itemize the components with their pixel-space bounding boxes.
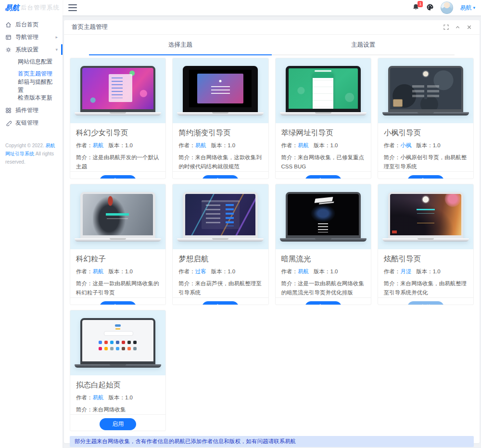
sidebar-item-system-settings[interactable]: 系统设置 ▾ (0, 43, 63, 56)
apply-theme-button[interactable]: 启用 (100, 418, 136, 430)
laptop-mockup-image (80, 66, 155, 115)
theme-palette-icon[interactable] (426, 3, 434, 13)
theme-card-body: 炫酷引导页 作者：月湜版本：1.0 简介：来自网络收集，由易航整理至引导系统并优… (378, 249, 473, 297)
laptop-mockup-image (80, 192, 155, 242)
version-value: 1.0 (228, 142, 235, 148)
theme-description: 简介：这是一款由易航在网络收集的暗黑流光引导页并优化排版 (281, 279, 365, 297)
logo-brand: 易航 (5, 3, 19, 13)
version-label: 版本： (109, 269, 126, 274)
theme-title: 萃绿网址引导页 (281, 128, 365, 138)
sidebar-item-mail-remind-config[interactable]: 邮箱与提醒配置 (0, 80, 63, 92)
version-value: 1.0 (125, 269, 133, 274)
apply-theme-button[interactable]: 启用 (202, 301, 239, 305)
author-link[interactable]: 易航 (195, 142, 206, 148)
apply-theme-button[interactable]: 启用 (100, 175, 136, 179)
author-label: 作者： (281, 269, 298, 274)
panel-title: 首页主题管理 (72, 23, 108, 31)
theme-meta: 作者：过客版本：1.0 (178, 268, 262, 275)
theme-title: 梦想启航 (178, 254, 262, 264)
author-link[interactable]: 易航 (93, 395, 104, 400)
theme-card-body: 科幻少女引导页 作者：易航版本：1.0 简介：这是由易航开发的一个默认主题 (70, 123, 165, 171)
user-avatar[interactable] (441, 1, 453, 14)
version-value: 1.0 (330, 142, 338, 148)
notification-badge: 1 (418, 1, 423, 7)
sidebar-item-label: 后台首页 (15, 21, 58, 29)
theme-card-body: 拟态白起始页 作者：易航版本：1.0 简介：来自网络收集 (70, 375, 165, 414)
close-icon[interactable] (467, 25, 472, 30)
author-link[interactable]: 过客 (195, 269, 206, 274)
theme-card-body: 简约渐变引导页 作者：易航版本：1.0 简介：来自网络收集，这款收集到的时候代码… (173, 123, 268, 171)
theme-thumbnail (173, 184, 268, 249)
apply-theme-button[interactable]: 启用 (305, 301, 342, 305)
theme-grid: 科幻少女引导页 作者：易航版本：1.0 简介：这是由易航开发的一个默认主题 启用 (64, 55, 480, 431)
username-text: 易航 (460, 4, 471, 12)
author-link[interactable]: 易航 (93, 142, 104, 148)
apply-theme-button[interactable]: 启用 (202, 175, 239, 179)
theme-thumbnail (378, 58, 473, 123)
version-label: 版本： (314, 142, 330, 148)
version-label: 版本： (416, 269, 433, 274)
theme-description: 简介：这是一款由易航网络收集的科幻粒子引导页 (76, 279, 160, 297)
version-label: 版本： (109, 142, 126, 148)
theme-thumbnail (276, 184, 371, 249)
apply-theme-button[interactable]: 启用 (407, 175, 444, 179)
theme-title: 科幻少女引导页 (76, 128, 160, 138)
apply-theme-button[interactable]: 启用 (305, 175, 342, 179)
theme-card: 小枫引导页 作者：小枫版本：1.0 简介：小枫原创引导页，由易航整理至引导系统 … (378, 58, 474, 179)
laptop-mockup-image (183, 192, 258, 242)
sidebar-item-friend-link-manage[interactable]: 友链管理 (0, 116, 63, 129)
version-value: 1.0 (125, 395, 133, 400)
sidebar-item-dashboard[interactable]: 后台首页 (0, 18, 63, 31)
theme-meta: 作者：易航版本：1.0 (76, 142, 160, 149)
theme-title: 炫酷引导页 (384, 254, 468, 264)
theme-card: 暗黑流光 作者：易航版本：1.0 简介：这是一款由易航在网络收集的暗黑流光引导页… (275, 184, 371, 305)
intro-label: 简介： (281, 281, 298, 286)
copyright-prefix: Copyright © 2022. (5, 143, 46, 148)
gear-icon (5, 46, 12, 53)
theme-card: 科幻少女引导页 作者：易航版本：1.0 简介：这是由易航开发的一个默认主题 启用 (70, 58, 166, 179)
theme-meta: 作者：易航版本：1.0 (281, 142, 365, 149)
tab-theme-settings[interactable]: 主题设置 (272, 35, 455, 55)
panel-window-controls (443, 25, 472, 30)
theme-thumbnail (378, 184, 473, 249)
theme-in-use-button[interactable]: 正在使用 (407, 301, 444, 305)
author-link[interactable]: 月湜 (400, 269, 411, 274)
collapse-icon[interactable] (455, 25, 460, 30)
theme-description: 简介：来自葫芦侠，由易航整理至引导系统 (178, 279, 262, 297)
version-label: 版本： (314, 269, 330, 274)
sidebar-item-check-update[interactable]: 检查版本更新 (0, 92, 63, 104)
intro-label: 简介： (281, 154, 298, 160)
theme-thumbnail (70, 310, 165, 375)
nav-icon (5, 34, 12, 40)
theme-card-body: 暗黑流光 作者：易航版本：1.0 简介：这是一款由易航在网络收集的暗黑流光引导页… (276, 249, 371, 297)
fullscreen-icon[interactable] (443, 25, 449, 30)
theme-card-body: 科幻粒子 作者：易航版本：1.0 简介：这是一款由易航网络收集的科幻粒子引导页 (70, 249, 165, 297)
version-value: 1.0 (228, 269, 235, 274)
notification-bell-icon[interactable]: 1 (412, 3, 419, 12)
theme-card-footer: 正在使用 (378, 297, 473, 305)
user-menu[interactable]: 易航 ▾ (460, 4, 475, 12)
tab-select-theme[interactable]: 选择主题 (89, 35, 272, 55)
laptop-mockup-image (286, 192, 361, 242)
theme-card-body: 萃绿网址引导页 作者：易航版本：1.0 简介：来自网络收集，已修复重点CSS B… (276, 123, 371, 171)
plugin-icon (5, 107, 12, 114)
sidebar-item-plugin-manage[interactable]: 插件管理 (0, 104, 63, 116)
app-logo: 易航 后台管理系统 (0, 0, 63, 15)
author-link[interactable]: 易航 (298, 142, 309, 148)
author-label: 作者： (178, 142, 195, 148)
laptop-mockup-image (80, 318, 155, 368)
theme-title: 暗黑流光 (281, 254, 365, 264)
author-link[interactable]: 小枫 (400, 142, 411, 148)
theme-meta: 作者：易航版本：1.0 (178, 142, 262, 149)
theme-card: 科幻粒子 作者：易航版本：1.0 简介：这是一款由易航网络收集的科幻粒子引导页 … (70, 184, 166, 305)
apply-theme-button[interactable]: 启用 (100, 301, 136, 305)
theme-card: 简约渐变引导页 作者：易航版本：1.0 简介：来自网络收集，这款收集到的时候代码… (172, 58, 268, 179)
laptop-mockup-image (388, 192, 463, 242)
author-link[interactable]: 易航 (298, 269, 309, 274)
theme-thumbnail (70, 184, 165, 249)
hamburger-menu-icon[interactable] (68, 4, 77, 11)
sidebar-item-site-info-config[interactable]: 网站信息配置 (0, 56, 63, 68)
sidebar-item-nav-manage[interactable]: 导航管理 ▸ (0, 31, 63, 43)
author-link[interactable]: 易航 (93, 269, 104, 274)
sidebar-submenu: 网站信息配置 首页主题管理 邮箱与提醒配置 检查版本更新 (0, 56, 63, 104)
